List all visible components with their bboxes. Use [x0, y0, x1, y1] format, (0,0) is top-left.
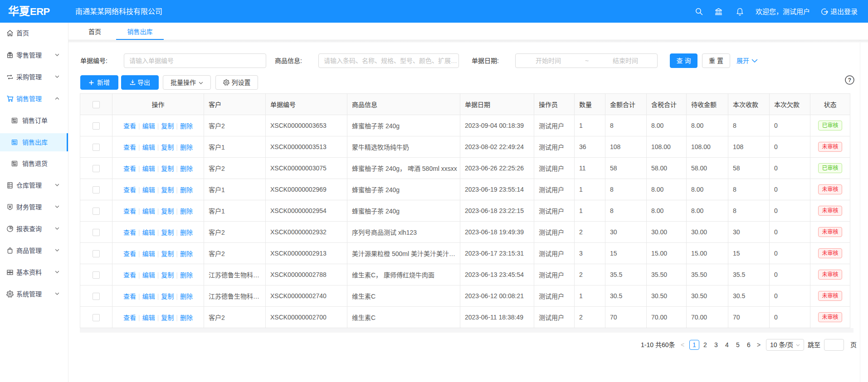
svg-text:?: ?: [848, 77, 851, 83]
